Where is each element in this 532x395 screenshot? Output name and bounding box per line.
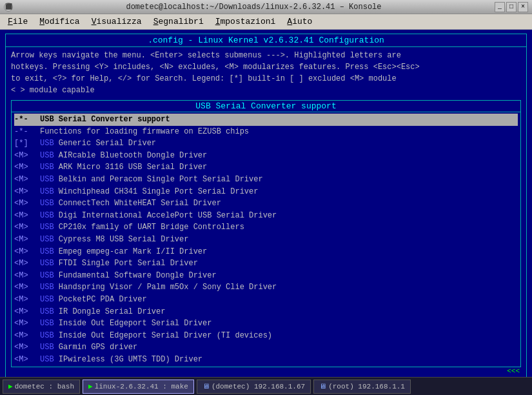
minimize-button[interactable]: _ xyxy=(495,2,505,12)
list-item[interactable]: -*- USB Serial Converter support xyxy=(14,114,518,126)
list-item[interactable]: <M> USB IR Dongle Serial Driver xyxy=(14,306,518,318)
list-item[interactable]: <M> USB AIRcable Bluetooth Dongle Driver xyxy=(14,150,518,162)
list-item[interactable]: <M> USB Garmin GPS driver xyxy=(14,341,518,354)
menu-segnalibri[interactable]: Segnalibri xyxy=(148,15,209,28)
taskbar-item-dometec[interactable]: 🖥 (dometec) 192.168.1.67 xyxy=(197,380,311,394)
outer-box: Arrow keys navigate the menu. <Enter> se… xyxy=(5,46,527,395)
terminal-icon: ▶ xyxy=(8,382,13,390)
menu-impostazioni[interactable]: Impostazioni xyxy=(210,15,281,28)
help-text: Arrow keys navigate the menu. <Enter> se… xyxy=(11,50,521,96)
list-item[interactable]: <M> USB Inside Out Edgeport Serial Drive… xyxy=(14,330,518,342)
list-item[interactable]: <M> USB Belkin and Peracom Single Port S… xyxy=(14,174,518,186)
list-item[interactable]: -*- Functions for loading firmware on EZ… xyxy=(14,126,518,138)
menu-visualizza[interactable]: Visualizza xyxy=(86,15,147,28)
taskbar-item-make[interactable]: ▶ linux-2.6.32.41 : make xyxy=(83,380,194,394)
window-icon: ⬛ xyxy=(4,3,13,12)
close-button[interactable]: × xyxy=(518,2,528,12)
list-item[interactable]: <M> USB Digi International AccelePort US… xyxy=(14,210,518,222)
list-item[interactable]: <M> USB Inside Out Edgeport Serial Drive… xyxy=(14,318,518,330)
list-item[interactable]: <M> USB ConnectTech WhiteHEAT Serial Dri… xyxy=(14,198,518,210)
scroll-indicator: <<< xyxy=(11,367,521,375)
window-title: dometec@localhost:~/Downloads/linux-2.6.… xyxy=(13,3,495,12)
network-icon: 🖥 xyxy=(202,382,210,390)
usb-serial-title: USB Serial Converter support xyxy=(11,100,521,112)
list-item[interactable]: <M> USB Fundamental Software Dongle Driv… xyxy=(14,270,518,282)
list-item[interactable]: <M> USB Handspring Visor / Palm m5Ox / S… xyxy=(14,281,518,294)
title-bar: ⬛ dometec@localhost:~/Downloads/linux-2.… xyxy=(0,0,532,14)
menu-aiuto[interactable]: Aiuto xyxy=(282,15,317,28)
taskbar-item-bash[interactable]: ▶ dometec : bash xyxy=(3,380,80,394)
menu-modifica[interactable]: Modifica xyxy=(34,15,84,28)
main-content: .config - Linux Kernel v2.6.32.41 Config… xyxy=(0,30,532,395)
maximize-button[interactable]: □ xyxy=(506,2,517,12)
list-item[interactable]: <M> USB CP210x family of UART Bridge Con… xyxy=(14,221,518,234)
list-item[interactable]: <M> USB FTDI Single Port Serial Driver xyxy=(14,258,518,270)
taskbar-item-root[interactable]: 🖥 (root) 192.168.1.1 xyxy=(313,380,411,394)
config-outer-title: .config - Linux Kernel v2.6.32.41 Config… xyxy=(5,34,527,46)
list-item[interactable]: <M> USB PocketPC PDA Driver xyxy=(14,294,518,306)
list-item[interactable]: <M> USB Cypress M8 USB Serial Driver xyxy=(14,234,518,246)
list-item[interactable]: <M> USB IPwireless (3G UMTS TDD) Driver xyxy=(14,354,518,366)
list-box[interactable]: -*- USB Serial Converter support -*- Fun… xyxy=(11,112,521,367)
taskbar: ▶ dometec : bash ▶ linux-2.6.32.41 : mak… xyxy=(0,377,532,395)
menu-bar: File Modifica Visualizza Segnalibri Impo… xyxy=(0,14,532,30)
title-bar-left: ⬛ xyxy=(4,3,13,12)
window-controls: _ □ × xyxy=(495,2,528,12)
network-icon: 🖥 xyxy=(319,382,326,390)
terminal-icon: ▶ xyxy=(88,382,93,390)
list-item[interactable]: [*] USB Generic Serial Driver xyxy=(14,137,518,150)
list-item[interactable]: <M> USB Empeg empeg-car Mark I/II Driver xyxy=(14,246,518,258)
list-item[interactable]: <M> USB ARK Micro 3116 USB Serial Driver xyxy=(14,161,518,174)
menu-file[interactable]: File xyxy=(3,15,33,28)
list-item[interactable]: <M> USB Winchiphead CH341 Single Port Se… xyxy=(14,186,518,198)
